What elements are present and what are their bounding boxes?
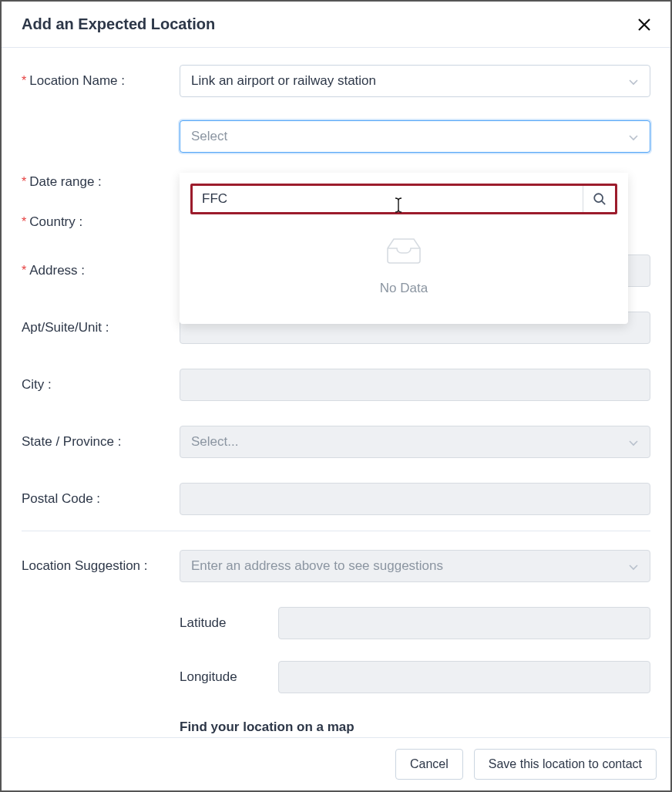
label-address: * Address : bbox=[22, 263, 180, 278]
row-postal: Postal Code : bbox=[22, 483, 650, 515]
required-asterisk: * bbox=[22, 216, 26, 228]
chevron-down-icon bbox=[628, 76, 639, 86]
label-location-name: * Location Name : bbox=[22, 73, 180, 89]
postal-input[interactable] bbox=[180, 483, 650, 515]
row-longitude: Longitude bbox=[180, 661, 650, 693]
close-button[interactable] bbox=[637, 17, 652, 32]
suggestion-select[interactable]: Enter an address above to see suggestion… bbox=[180, 550, 650, 582]
row-suggestion: Location Suggestion : Enter an address a… bbox=[22, 550, 650, 582]
label-date-range: * Date range : bbox=[22, 174, 180, 190]
label-latitude: Latitude bbox=[180, 615, 278, 631]
label-apt: Apt/Suite/Unit : bbox=[22, 320, 180, 335]
dropdown-search-input[interactable] bbox=[193, 186, 583, 212]
city-input[interactable] bbox=[180, 369, 650, 401]
location-dropdown-panel: No Data bbox=[180, 173, 628, 324]
longitude-input[interactable] bbox=[278, 661, 650, 693]
modal-footer: Cancel Save this location to contact bbox=[2, 737, 670, 790]
location-subselect[interactable]: Select bbox=[180, 120, 650, 153]
modal-body: * Location Name : Link an airport or rai… bbox=[2, 48, 670, 753]
location-type-select[interactable]: Link an airport or railway station bbox=[180, 65, 650, 97]
latlong-block: Latitude Longitude bbox=[180, 607, 650, 693]
required-asterisk: * bbox=[22, 176, 26, 188]
label-text: Apt/Suite/Unit : bbox=[22, 320, 109, 335]
select-value: Link an airport or railway station bbox=[191, 73, 376, 89]
chevron-down-icon bbox=[628, 561, 639, 571]
row-location-subselect: Select bbox=[22, 120, 650, 153]
label-text: Country : bbox=[29, 214, 82, 230]
label-suggestion: Location Suggestion : bbox=[22, 558, 180, 574]
cancel-button[interactable]: Cancel bbox=[395, 749, 463, 780]
state-select[interactable]: Select... bbox=[180, 426, 650, 458]
svg-point-0 bbox=[594, 194, 603, 202]
row-state: State / Province : Select... bbox=[22, 426, 650, 458]
label-text: Address : bbox=[29, 263, 85, 278]
label-city: City : bbox=[22, 377, 180, 393]
search-icon bbox=[593, 192, 606, 206]
row-city: City : bbox=[22, 369, 650, 401]
label-longitude: Longitude bbox=[180, 669, 278, 685]
label-state: State / Province : bbox=[22, 434, 180, 450]
label-text: State / Province : bbox=[22, 434, 121, 450]
chevron-down-icon bbox=[628, 436, 639, 447]
save-button[interactable]: Save this location to contact bbox=[474, 749, 657, 780]
label-text: Location Suggestion : bbox=[22, 558, 148, 574]
label-text: Date range : bbox=[29, 174, 102, 190]
latitude-input[interactable] bbox=[278, 607, 650, 639]
modal-header: Add an Expected Location bbox=[2, 2, 670, 48]
label-text: Location Name : bbox=[29, 73, 125, 89]
section-divider bbox=[22, 531, 650, 531]
inbox-icon bbox=[383, 234, 425, 270]
empty-text: No Data bbox=[380, 281, 428, 296]
label-country: * Country : bbox=[22, 214, 180, 230]
select-placeholder: Enter an address above to see suggestion… bbox=[191, 558, 443, 574]
dropdown-search-wrap bbox=[190, 184, 617, 214]
row-location-name: * Location Name : Link an airport or rai… bbox=[22, 65, 650, 97]
modal-title: Add an Expected Location bbox=[22, 15, 215, 33]
modal-add-expected-location: Add an Expected Location * Location Name… bbox=[0, 0, 672, 792]
label-text: City : bbox=[22, 377, 52, 393]
required-asterisk: * bbox=[22, 75, 26, 87]
label-postal: Postal Code : bbox=[22, 491, 180, 507]
label-text: Postal Code : bbox=[22, 491, 100, 507]
row-latitude: Latitude bbox=[180, 607, 650, 639]
chevron-down-icon bbox=[628, 131, 639, 142]
select-placeholder: Select... bbox=[191, 434, 238, 450]
required-asterisk: * bbox=[22, 265, 26, 277]
dropdown-empty-state: No Data bbox=[190, 214, 617, 308]
close-icon bbox=[637, 18, 651, 32]
dropdown-search-button[interactable] bbox=[583, 186, 615, 212]
select-placeholder: Select bbox=[191, 129, 227, 144]
